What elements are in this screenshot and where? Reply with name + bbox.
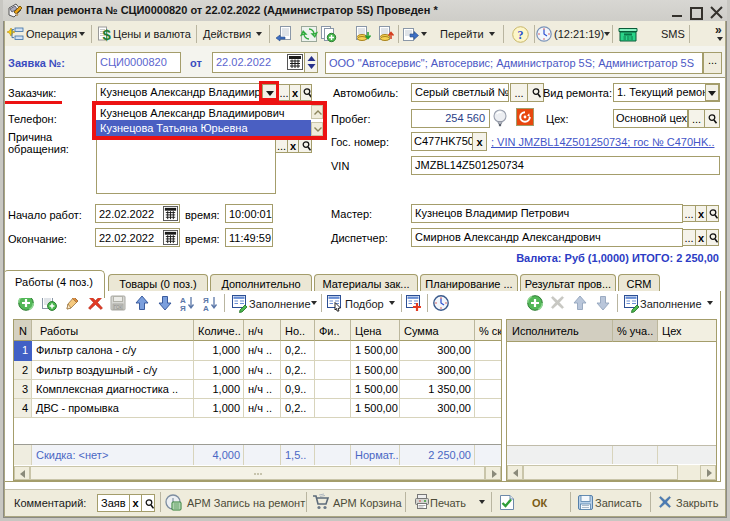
svg-text:Я: Я [180, 304, 186, 313]
svg-text:А: А [203, 304, 209, 313]
svg-text:?: ? [518, 28, 524, 42]
svg-text:ГОК: ГОК [114, 305, 123, 310]
svg-text:$: $ [103, 26, 112, 43]
